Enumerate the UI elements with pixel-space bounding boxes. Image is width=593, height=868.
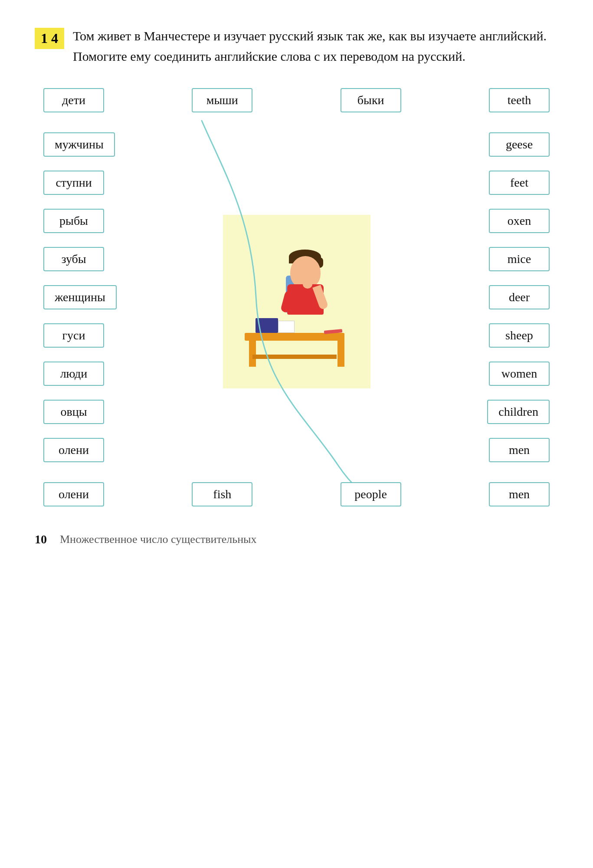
word-box-lyudi[interactable]: люди bbox=[43, 362, 104, 386]
word-box-oleni-bottom[interactable]: олени bbox=[43, 482, 104, 506]
word-box-women[interactable]: women bbox=[489, 362, 550, 386]
main-grid: мужчины ступни рыбы зубы женщины гуси bbox=[35, 125, 558, 469]
right-row-3: mice bbox=[489, 240, 550, 278]
word-box-men[interactable]: men bbox=[489, 438, 550, 462]
left-row-0: мужчины bbox=[43, 125, 166, 164]
desk-top bbox=[245, 333, 344, 341]
desk-crossbar bbox=[252, 355, 337, 359]
word-box-feet[interactable]: feet bbox=[489, 171, 550, 195]
word-box-byki[interactable]: быки bbox=[341, 88, 401, 112]
book bbox=[256, 318, 278, 333]
desk-leg-right bbox=[337, 339, 344, 367]
word-box-teeth[interactable]: teeth bbox=[489, 88, 550, 112]
boy-desk-illustration bbox=[236, 224, 357, 380]
right-row-6: women bbox=[489, 355, 550, 393]
word-box-oxen[interactable]: oxen bbox=[489, 209, 550, 233]
right-row-5: sheep bbox=[489, 316, 550, 355]
word-box-stupni[interactable]: ступни bbox=[43, 171, 104, 195]
word-box-zhenshchiny[interactable]: женщины bbox=[43, 285, 117, 309]
word-box-fish[interactable]: fish bbox=[192, 482, 252, 506]
page: 1 4 Том живет в Манчестере и изучает рус… bbox=[0, 0, 593, 868]
bottom-row: олени fish people men bbox=[35, 482, 558, 506]
matching-area: дети мыши быки teeth мужчины ступни рыбы… bbox=[35, 88, 558, 506]
word-box-gusi[interactable]: гуси bbox=[43, 323, 104, 348]
book-pages bbox=[278, 321, 295, 333]
left-row-2: рыбы bbox=[43, 202, 166, 240]
word-box-ryby[interactable]: рыбы bbox=[43, 209, 104, 233]
right-row-4: deer bbox=[489, 278, 550, 316]
right-row-7: children bbox=[487, 393, 550, 431]
left-row-6: люди bbox=[43, 355, 166, 393]
right-row-2: oxen bbox=[489, 202, 550, 240]
boy-hand bbox=[303, 280, 312, 289]
center-illustration bbox=[166, 125, 428, 469]
right-row-0: geese bbox=[489, 125, 550, 164]
left-row-7: овцы bbox=[43, 393, 166, 431]
left-column: мужчины ступни рыбы зубы женщины гуси bbox=[35, 125, 166, 469]
word-box-zuby[interactable]: зубы bbox=[43, 247, 104, 271]
right-row-1: feet bbox=[489, 164, 550, 202]
left-row-8: олени bbox=[43, 431, 166, 469]
word-box-oleni[interactable]: олени bbox=[43, 438, 104, 462]
word-box-men-bottom[interactable]: men bbox=[489, 482, 550, 506]
word-box-children[interactable]: children bbox=[487, 400, 550, 424]
word-box-sheep[interactable]: sheep bbox=[489, 323, 550, 348]
top-row: дети мыши быки teeth bbox=[35, 88, 558, 112]
left-row-3: зубы bbox=[43, 240, 166, 278]
desk-leg-left bbox=[249, 339, 256, 367]
task-text: Том живет в Манчестере и изучает русский… bbox=[73, 26, 558, 66]
left-row-1: ступни bbox=[43, 164, 166, 202]
page-footer: 10 Множественное число существительных bbox=[35, 533, 558, 546]
page-number: 10 bbox=[35, 533, 47, 546]
task-header: 1 4 Том живет в Манчестере и изучает рус… bbox=[35, 26, 558, 66]
word-box-muzhchiny[interactable]: мужчины bbox=[43, 132, 115, 157]
left-row-4: женщины bbox=[43, 278, 166, 316]
word-box-ovtsy[interactable]: овцы bbox=[43, 400, 104, 424]
right-row-8: men bbox=[489, 431, 550, 469]
word-box-mice[interactable]: mice bbox=[489, 247, 550, 271]
word-box-geese[interactable]: geese bbox=[489, 132, 550, 157]
task-number: 1 4 bbox=[35, 28, 64, 49]
left-row-5: гуси bbox=[43, 316, 166, 355]
word-box-deer[interactable]: deer bbox=[489, 285, 550, 309]
illustration-bg bbox=[223, 215, 370, 388]
word-box-people[interactable]: people bbox=[341, 482, 401, 506]
word-box-myshi[interactable]: мыши bbox=[192, 88, 252, 112]
word-box-deti[interactable]: дети bbox=[43, 88, 104, 112]
page-subtitle: Множественное число существительных bbox=[60, 533, 257, 546]
right-column: geese feet oxen mice deer sheep bbox=[427, 125, 558, 469]
